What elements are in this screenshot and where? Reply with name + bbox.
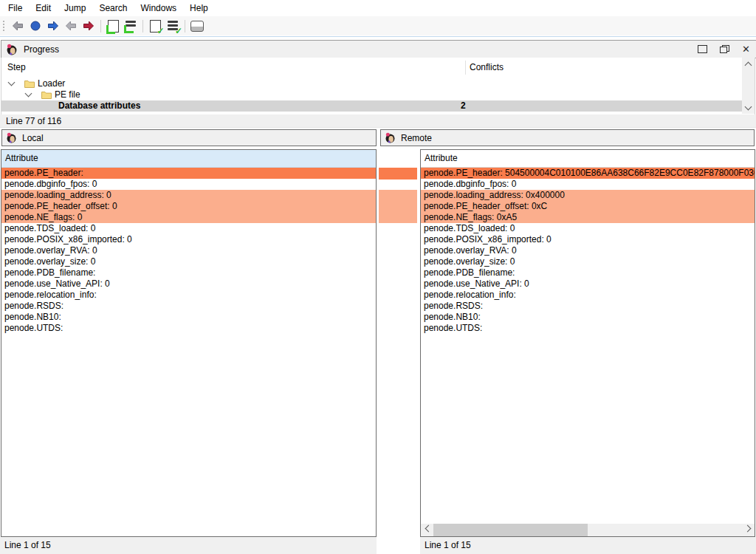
tree-header: Step Conflicts — [1, 61, 741, 75]
attribute-row[interactable]: penode.PE_header: — [1, 168, 376, 179]
attribute-row[interactable]: penode.NE_flags: 0 — [1, 212, 376, 223]
accept-file-button[interactable]: ✓ — [146, 18, 164, 34]
nav-forward-icon — [47, 21, 59, 31]
scroll-down-icon[interactable] — [742, 102, 755, 114]
tree-row-loader[interactable]: Loader — [1, 78, 743, 89]
attribute-row[interactable]: penode.NB10: — [421, 312, 755, 323]
attribute-row[interactable]: penode.overlay_size: 0 — [1, 256, 376, 267]
toolbar-grip[interactable] — [2, 19, 6, 33]
prev-conflict-icon — [65, 21, 77, 31]
toolbar-separator — [142, 20, 143, 33]
tree-status-bar: Line 77 of 116 — [0, 114, 756, 128]
remote-horizontal-scrollbar[interactable] — [421, 524, 755, 536]
conflict-marker-light — [379, 190, 417, 223]
close-icon[interactable]: ✕ — [742, 44, 750, 54]
stop-button[interactable] — [27, 18, 44, 34]
attribute-row[interactable]: penode.relocation_info: — [1, 290, 376, 301]
local-status-bar: Line 1 of 15 — [0, 537, 377, 554]
local-pane-title: Local — [22, 133, 44, 143]
menu-windows[interactable]: Windows — [134, 1, 183, 16]
attribute-row[interactable]: penode.loading_address: 0x400000 — [421, 190, 755, 201]
stop-circle-icon — [30, 21, 41, 31]
attribute-row[interactable]: penode.overlay_RVA: 0 — [1, 245, 376, 256]
prev-conflict-button[interactable] — [62, 18, 80, 34]
remote-status-bar: Line 1 of 15 — [420, 537, 756, 554]
toolbar-separator — [100, 20, 101, 33]
attribute-row[interactable]: penode.PE_header_offset: 0 — [1, 201, 376, 212]
tree-column-conflicts[interactable]: Conflicts — [470, 62, 504, 72]
window-button[interactable] — [188, 18, 206, 34]
remote-pane-titlebar[interactable]: Remote — [380, 129, 755, 146]
scrollbar-thumb[interactable] — [433, 524, 588, 536]
local-column-header[interactable]: Attribute — [1, 150, 376, 168]
tree-row-pe-file[interactable]: PE file — [1, 89, 743, 100]
attribute-row[interactable]: penode.PDB_filename: — [1, 267, 376, 278]
tree-row-label: PE file — [55, 89, 80, 100]
menu-file[interactable]: File — [1, 1, 29, 16]
attribute-row[interactable]: penode.overlay_RVA: 0 — [421, 245, 755, 256]
attribute-row[interactable]: penode.dbginfo_fpos: 0 — [421, 179, 755, 190]
attribute-row[interactable]: penode.PDB_filename: — [421, 267, 755, 278]
attribute-row[interactable]: penode.dbginfo_fpos: 0 — [1, 179, 376, 190]
attribute-row[interactable]: penode.RSDS: — [1, 301, 376, 312]
folder-icon — [41, 91, 52, 99]
menu-search[interactable]: Search — [92, 1, 134, 16]
attribute-row[interactable]: penode.POSIX_x86_imported: 0 — [1, 234, 376, 245]
mdi-divider — [0, 36, 756, 37]
scroll-right-icon[interactable] — [742, 524, 755, 536]
folder-icon — [24, 80, 35, 88]
attribute-row[interactable]: penode.TDS_loaded: 0 — [1, 223, 376, 234]
column-divider[interactable] — [465, 61, 466, 75]
scroll-left-icon[interactable] — [421, 524, 433, 536]
attribute-row[interactable]: penode.use_Native_API: 0 — [1, 278, 376, 290]
menu-edit[interactable]: Edit — [29, 1, 58, 16]
ida-app-icon — [6, 44, 18, 55]
scroll-up-icon[interactable] — [742, 58, 755, 69]
toolbar: ✓ ✓ — [0, 16, 756, 35]
local-attribute-list: Attribute penode.PE_header: penode.dbgin… — [1, 149, 377, 537]
ida-local-icon — [6, 132, 17, 143]
scrollbar-track[interactable] — [433, 524, 742, 536]
menu-jump[interactable]: Jump — [58, 1, 92, 16]
tree-column-step[interactable]: Step — [7, 62, 26, 72]
tree-row-label: Database attributes — [58, 100, 140, 112]
chevron-down-icon[interactable] — [8, 79, 16, 86]
menu-help[interactable]: Help — [183, 1, 215, 16]
conflict-marker-strong — [379, 168, 417, 179]
attribute-row[interactable]: penode.NE_flags: 0xA5 — [421, 212, 755, 223]
progress-window-titlebar[interactable]: Progress ✕ — [1, 40, 756, 58]
attribute-row[interactable]: penode.NB10: — [1, 312, 376, 323]
restore-icon[interactable] — [720, 45, 729, 53]
attribute-row[interactable]: penode.PE_header_offset: 0xC — [421, 201, 755, 212]
maximize-icon[interactable] — [698, 45, 707, 53]
local-pane-titlebar[interactable]: Local — [1, 129, 377, 146]
load-file-icon — [108, 20, 119, 33]
attribute-row[interactable]: penode.PE_header: 504500004C010100E86AA6… — [421, 168, 755, 179]
tree-row-database-attributes[interactable]: Database attributes 2 — [1, 100, 743, 112]
diff-gutter — [377, 149, 419, 554]
remote-line-status: Line 1 of 15 — [425, 540, 471, 550]
tree-row-label: Loader — [38, 78, 65, 89]
attribute-row[interactable]: penode.loading_address: 0 — [1, 190, 376, 201]
progress-window-title: Progress — [24, 44, 59, 55]
attribute-row[interactable]: penode.POSIX_x86_imported: 0 — [421, 234, 755, 245]
nav-forward-button[interactable] — [44, 18, 62, 34]
attribute-row[interactable]: penode.relocation_info: — [421, 290, 755, 301]
attribute-row[interactable]: penode.RSDS: — [421, 301, 755, 312]
load-file-button[interactable] — [104, 18, 122, 34]
next-conflict-button[interactable] — [80, 18, 97, 34]
attribute-row[interactable]: penode.UTDS: — [1, 323, 376, 334]
ida-remote-icon — [385, 132, 396, 143]
accept-database-button[interactable]: ✓ — [164, 18, 182, 34]
nav-back-button[interactable] — [9, 18, 27, 34]
attribute-row[interactable]: penode.use_Native_API: 0 — [421, 278, 755, 290]
remote-column-header[interactable]: Attribute — [421, 150, 755, 168]
conflicts-count: 2 — [461, 100, 466, 112]
attribute-row[interactable]: penode.UTDS: — [421, 323, 755, 334]
nav-back-icon — [12, 21, 24, 31]
attribute-row[interactable]: penode.TDS_loaded: 0 — [421, 223, 755, 234]
load-database-button[interactable] — [122, 18, 140, 34]
attribute-row[interactable]: penode.overlay_size: 0 — [421, 256, 755, 267]
chevron-down-icon[interactable] — [25, 90, 32, 98]
tree-vertical-scrollbar[interactable] — [742, 58, 755, 114]
